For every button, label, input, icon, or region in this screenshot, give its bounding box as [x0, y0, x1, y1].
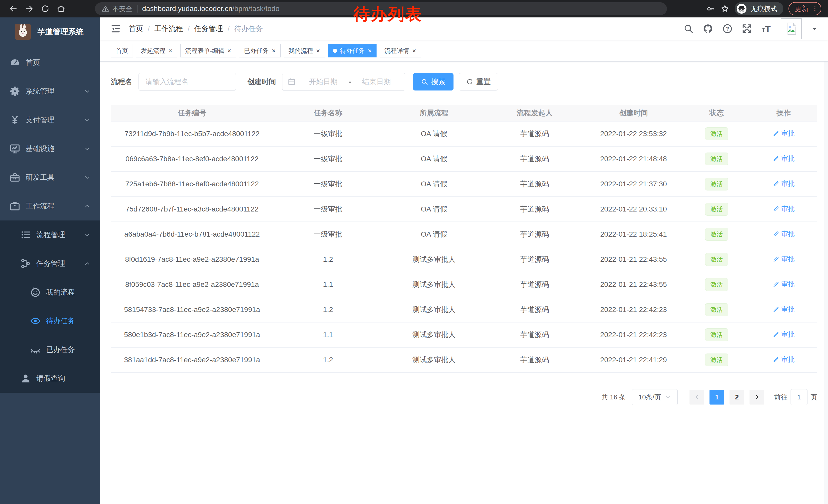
table-row: 069c6a63-7b8a-11ec-8ef0-acde48001122 一级审…	[111, 147, 817, 172]
monitor-icon	[9, 143, 20, 154]
tab-已办任务[interactable]: 已办任务 ×	[239, 44, 280, 57]
caret-down-icon[interactable]	[811, 26, 818, 32]
approve-link[interactable]: 审批	[773, 154, 795, 163]
sidebar-item-待办任务[interactable]: 待办任务	[0, 307, 100, 335]
search-icon	[421, 78, 428, 85]
tab-我的流程[interactable]: 我的流程 ×	[284, 44, 325, 57]
sidebar-item-首页[interactable]: 首页	[0, 48, 100, 77]
approve-link[interactable]: 审批	[773, 280, 795, 289]
goto-page-input[interactable]: 1	[791, 389, 808, 405]
github-icon[interactable]	[703, 24, 713, 34]
cell-starter: 芋道源码	[485, 280, 584, 289]
pencil-icon	[773, 331, 779, 338]
update-label[interactable]: 更新	[795, 4, 809, 13]
reload-icon[interactable]	[38, 2, 52, 15]
sidebar-item-label: 请假查询	[36, 373, 65, 383]
prev-page-button[interactable]	[690, 390, 704, 405]
font-size-icon[interactable]: TT	[761, 24, 772, 34]
date-range-input[interactable]: 开始日期 - 结束日期	[282, 73, 405, 91]
star-icon[interactable]	[720, 4, 730, 13]
breadcrumb-item[interactable]: 工作流程	[155, 24, 183, 34]
scrollbar[interactable]	[824, 17, 828, 504]
close-icon[interactable]: ×	[272, 47, 276, 54]
approve-link[interactable]: 审批	[773, 355, 795, 364]
fullscreen-icon[interactable]	[742, 24, 752, 34]
status-badge: 激活	[705, 303, 728, 316]
breadcrumb-item[interactable]: 任务管理	[195, 24, 223, 34]
cell-task-name: 一级审批	[273, 229, 383, 239]
breadcrumb-separator: /	[228, 25, 230, 33]
range-separator: -	[348, 78, 351, 86]
sidebar-item-流程管理[interactable]: 流程管理	[0, 221, 100, 249]
sidebar-item-label: 任务管理	[36, 259, 65, 268]
home-icon[interactable]	[54, 2, 68, 15]
sidebar-item-系统管理[interactable]: 系统管理	[0, 77, 100, 106]
search-button[interactable]: 搜索	[413, 73, 454, 91]
update-button[interactable]: 更新	[788, 2, 821, 15]
column-header: 所属流程	[383, 108, 485, 118]
sidebar-item-工作流程[interactable]: 工作流程	[0, 192, 100, 221]
close-icon[interactable]: ×	[169, 47, 172, 54]
sidebar-item-任务管理[interactable]: 任务管理	[0, 249, 100, 278]
tab-流程详情[interactable]: 流程详情 ×	[380, 44, 421, 57]
avatar[interactable]	[781, 18, 802, 39]
cell-task-id: a6aba0a4-7b6d-11ec-b781-acde48001122	[111, 230, 273, 238]
search-icon[interactable]	[683, 24, 694, 34]
tab-发起流程[interactable]: 发起流程 ×	[136, 44, 177, 57]
sidebar-item-基础设施[interactable]: 基础设施	[0, 134, 100, 163]
sidebar-item-已办任务[interactable]: 已办任务	[0, 335, 100, 364]
approve-link[interactable]: 审批	[773, 204, 795, 213]
tab-label: 待办任务	[340, 47, 365, 55]
close-icon[interactable]: ×	[412, 47, 416, 54]
sidebar-item-我的流程[interactable]: 我的流程	[0, 278, 100, 307]
next-page-button[interactable]	[749, 390, 764, 405]
sidebar-item-请假查询[interactable]: 请假查询	[0, 364, 100, 393]
page-button-2[interactable]: 2	[730, 390, 744, 405]
security-label[interactable]: 不安全	[112, 4, 132, 13]
key-icon[interactable]	[706, 4, 715, 13]
table-body: 73211d9d-7b9b-11ec-b5b7-acde48001122 一级审…	[111, 122, 817, 373]
cell-starter: 芋道源码	[485, 255, 584, 264]
app-frame: 芋道管理系统 首页 系统管理 支付管理 基础设施 研发工具 工作流程 流程管理 …	[0, 17, 828, 504]
approve-link[interactable]: 审批	[773, 255, 795, 264]
tab-label: 已办任务	[244, 47, 268, 55]
tab-待办任务[interactable]: 待办任务 ×	[328, 44, 377, 57]
forward-icon[interactable]	[23, 2, 36, 15]
dots-vertical-icon[interactable]	[812, 5, 818, 12]
goto-label: 前往	[774, 393, 787, 402]
cell-task-id: 73211d9d-7b9b-11ec-b5b7-acde48001122	[111, 130, 273, 138]
sidebar-collapse-icon[interactable]	[110, 23, 121, 34]
approve-link[interactable]: 审批	[773, 179, 795, 188]
sidebar-item-支付管理[interactable]: 支付管理	[0, 106, 100, 134]
approve-link[interactable]: 审批	[773, 129, 795, 138]
sidebar-logo-row[interactable]: 芋道管理系统	[0, 17, 100, 46]
cell-task-id: 58154733-7ac8-11ec-a9e2-a2380e71991a	[111, 306, 273, 314]
page-size-select[interactable]: 10条/页	[632, 389, 678, 405]
close-icon[interactable]: ×	[227, 47, 231, 54]
page-button-1[interactable]: 1	[709, 390, 724, 405]
create-time-label: 创建时间	[247, 77, 276, 87]
column-header: 状态	[683, 108, 750, 118]
reset-button[interactable]: 重置	[459, 73, 498, 91]
sidebar-item-研发工具[interactable]: 研发工具	[0, 163, 100, 192]
tab-首页[interactable]: 首页	[111, 44, 133, 57]
url-host[interactable]: dashboard.yudao.iocoder.cn	[142, 5, 233, 13]
process-name-input[interactable]: 请输入流程名	[138, 73, 236, 91]
help-icon[interactable]: ?	[722, 24, 733, 34]
close-icon[interactable]: ×	[316, 47, 320, 54]
breadcrumb-item[interactable]: 首页	[129, 24, 143, 34]
cell-process: OA 请假	[383, 204, 485, 214]
main-area: 首页/工作流程/任务管理/待办任务 ?TT 首页 发起流程 × 流程表单-编辑 …	[100, 17, 828, 504]
table-header-row: 任务编号任务名称所属流程流程发起人创建时间状态操作	[111, 105, 817, 122]
status-badge: 激活	[705, 278, 728, 291]
back-icon[interactable]	[7, 2, 20, 15]
close-icon[interactable]: ×	[368, 47, 372, 54]
approve-link[interactable]: 审批	[773, 229, 795, 238]
sidebar-item-label: 我的流程	[46, 287, 75, 297]
approve-link[interactable]: 审批	[773, 305, 795, 314]
warning-icon	[101, 5, 109, 12]
table-row: 8f0d1619-7ac8-11ec-a9e2-a2380e71991a 1.2…	[111, 247, 817, 272]
url-path[interactable]: /bpm/task/todo	[233, 5, 280, 13]
approve-link[interactable]: 审批	[773, 330, 795, 339]
tab-流程表单-编辑[interactable]: 流程表单-编辑 ×	[180, 44, 236, 57]
